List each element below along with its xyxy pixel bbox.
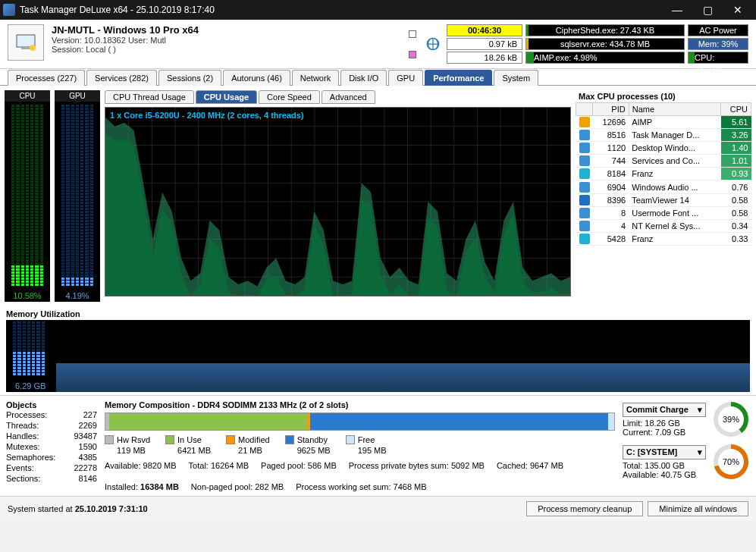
- memcomp-seg-in-use: [109, 413, 308, 430]
- memcomp-stat: Process working set sum: 7468 MB: [296, 482, 426, 491]
- gpu-percent: 4.19%: [65, 290, 89, 302]
- memcomp-stat: Installed: 16384 MB: [105, 482, 179, 491]
- object-stat: Handles:93487: [6, 431, 97, 441]
- memcomp-seg-standby: [310, 413, 608, 430]
- net-down: 18.26 kB: [447, 52, 522, 64]
- process-row[interactable]: 8184Franz0.93: [576, 168, 751, 180]
- commit-gauge: 39%: [712, 400, 750, 438]
- session-line: Session: Local ( ): [52, 45, 398, 54]
- object-stat: Processes:227: [6, 409, 97, 420]
- tab-processes-[interactable]: Processes (227): [8, 70, 85, 86]
- tab-autoruns-[interactable]: Autoruns (46): [223, 70, 290, 86]
- object-stat: Mutexes:1590: [6, 441, 97, 452]
- mem-badge: Mem: 39%: [688, 38, 748, 50]
- titlebar[interactable]: Task Manager DeLuxe x64 - 25.10.2019 8:1…: [0, 0, 756, 20]
- top-proc-mem: sqlservr.exe: 434.78 MB: [560, 39, 650, 49]
- globe-icon: [425, 36, 441, 52]
- header: JN-MUTL - Windows 10 Pro x64 Version: 10…: [0, 20, 756, 69]
- disk-gauge: 70%: [712, 443, 750, 481]
- sub-tabs: CPU Thread UsageCPU UsageCore SpeedAdvan…: [105, 90, 571, 104]
- tab-gpu[interactable]: GPU: [388, 70, 423, 86]
- top-proc-disk: CipherShed.exe: 27.43 KB: [556, 26, 654, 35]
- process-memory-cleanup-button[interactable]: Process memory cleanup: [526, 501, 643, 516]
- maximize-button[interactable]: ▢: [692, 0, 723, 20]
- memcomp-stat: Process private bytes sum: 5092 MB: [349, 461, 485, 470]
- version-line: Version: 10.0.18362 User: Mutl: [52, 36, 398, 45]
- process-row[interactable]: 8396TeamViewer 140.58: [576, 193, 751, 206]
- cpu-vbar: CPU 10.58%: [5, 90, 50, 302]
- status-bar: System started at 25.10.2019 7:31:10 Pro…: [0, 496, 756, 521]
- subtab-cpu-thread-usage[interactable]: CPU Thread Usage: [105, 90, 194, 104]
- tab-sessions-[interactable]: Sessions (2): [158, 70, 221, 86]
- titlebar-text: Task Manager DeLuxe x64 - 25.10.2019 8:1…: [20, 5, 662, 15]
- chevron-down-icon: ▾: [698, 405, 702, 415]
- tab-network[interactable]: Network: [292, 70, 339, 86]
- chevron-down-icon: ▾: [698, 447, 702, 457]
- computer-icon: [8, 24, 44, 61]
- tab-system[interactable]: System: [494, 70, 538, 86]
- power-status: AC Power: [688, 24, 748, 36]
- process-row[interactable]: 12696AIMP5.61: [576, 116, 751, 129]
- net-up: 0.97 kB: [447, 38, 522, 50]
- tab-services-[interactable]: Services (282): [86, 70, 157, 86]
- uptime-timer: 00:46:30: [447, 24, 522, 36]
- subtab-core-speed[interactable]: Core Speed: [259, 90, 320, 104]
- process-row[interactable]: 5428Franz0.33: [576, 232, 751, 245]
- minimize-all-windows-button[interactable]: Minimize all windows: [648, 501, 748, 516]
- tab-performance[interactable]: Performance: [425, 70, 492, 86]
- cpu-percent: 10.58%: [13, 290, 41, 302]
- object-stat: Threads:2269: [6, 420, 97, 431]
- object-stat: Semaphores:4385: [6, 452, 97, 463]
- col-pid[interactable]: PID: [593, 103, 629, 116]
- object-stat: Events:22278: [6, 463, 97, 473]
- memcomp-stat: Non-paged pool: 282 MB: [191, 482, 284, 491]
- top-proc-cpu: AIMP.exe: 4.98%: [531, 53, 598, 62]
- process-row[interactable]: 1120Desktop Windo...1.40: [576, 142, 751, 155]
- subtab-advanced[interactable]: Advanced: [322, 90, 375, 104]
- machine-title: JN-MUTL - Windows 10 Pro x64: [52, 24, 398, 36]
- col-cpu[interactable]: CPU: [721, 103, 751, 116]
- process-row[interactable]: 744Services and Co...1.01: [576, 155, 751, 168]
- tab-disk-i-o[interactable]: Disk I/O: [340, 70, 387, 86]
- minimize-button[interactable]: —: [662, 0, 692, 20]
- close-button[interactable]: ✕: [723, 0, 753, 20]
- gpu-vbar: GPU 4.19%: [55, 90, 100, 302]
- commit-current: Current: 7.09 GB: [623, 428, 706, 437]
- main-tabs: Processes (227)Services (282)Sessions (2…: [0, 69, 756, 86]
- memcomp-stat: Paged pool: 586 MB: [261, 461, 337, 470]
- process-row[interactable]: 8516Task Manager D...3.26: [576, 129, 751, 142]
- memcomp-stat: Total: 16264 MB: [189, 461, 249, 470]
- process-row[interactable]: 8Usermode Font ...0.58: [576, 206, 751, 219]
- disk-dropdown[interactable]: C: [SYSTEM]▾: [623, 445, 706, 459]
- memcomp-stat: Available: 9820 MB: [105, 461, 177, 470]
- memcomp-stat: Cached: 9647 MB: [497, 461, 563, 470]
- memcomp-seg-free: [608, 413, 614, 430]
- commit-limit: Limit: 18.26 GB: [623, 419, 706, 428]
- svg-rect-1: [21, 47, 30, 49]
- cpu-usage-chart: 1 x Core i5-6200U - 2400 MHz (2 cores, 4…: [105, 107, 571, 296]
- system-start-time: 25.10.2019 7:31:10: [75, 504, 148, 513]
- mem-utilization-chart: 6.29 GB: [6, 320, 750, 392]
- app-icon: [3, 4, 15, 16]
- object-stat: Sections:8146: [6, 473, 97, 484]
- objects-panel: Objects Processes:227Threads:2269Handles…: [6, 400, 97, 491]
- process-row[interactable]: 6904Windows Audio ...0.76: [576, 180, 751, 193]
- mem-title: Memory Utilization: [6, 309, 750, 318]
- net-icons: [406, 24, 419, 64]
- commit-charge-dropdown[interactable]: Commit Charge▾: [623, 403, 706, 417]
- svg-point-2: [30, 45, 36, 51]
- cpu-badge: CPU: 10.58%: [693, 53, 721, 72]
- mem-used-value: 6.29 GB: [15, 381, 45, 390]
- disk-total: Total: 135.00 GB: [623, 461, 706, 470]
- memory-composition: Memory Composition - DDR4 SODIMM 2133 MH…: [105, 400, 615, 491]
- col-name[interactable]: Name: [629, 103, 720, 116]
- max-cpu-processes: Max CPU processes (10) PID Name CPU 1269…: [576, 90, 751, 302]
- process-row[interactable]: 4NT Kernel & Sys...0.34: [576, 219, 751, 232]
- disk-available: Available: 40.75 GB: [623, 470, 706, 479]
- subtab-cpu-usage[interactable]: CPU Usage: [196, 90, 257, 104]
